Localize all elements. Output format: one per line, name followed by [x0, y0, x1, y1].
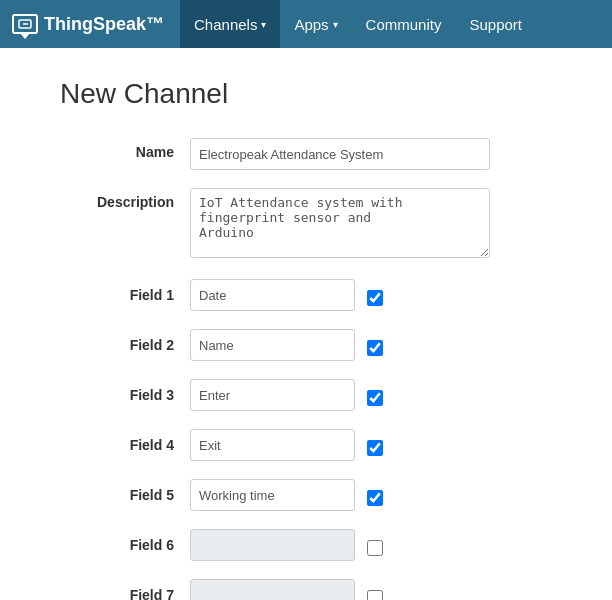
field-row-7: Field 7 [60, 579, 552, 600]
field-input-4[interactable] [190, 429, 355, 461]
field-input-1[interactable] [190, 279, 355, 311]
brand-logo[interactable]: ThingSpeak™ [12, 14, 164, 35]
description-textarea[interactable]: IoT Attendance system with fingerprint s… [190, 188, 490, 258]
navbar: ThingSpeak™ Channels ▾ Apps ▾ Community … [0, 0, 612, 48]
nav-items: Channels ▾ Apps ▾ Community Support [180, 0, 536, 48]
field-row-1: Field 1 [60, 279, 552, 311]
field-label-5: Field 5 [60, 487, 190, 503]
field-row-6: Field 6 [60, 529, 552, 561]
nav-apps[interactable]: Apps ▾ [280, 0, 351, 48]
field-row-4: Field 4 [60, 429, 552, 461]
main-content: New Channel Name Description IoT Attenda… [0, 48, 612, 600]
field-checkbox-3[interactable] [367, 390, 383, 406]
page-title: New Channel [60, 78, 552, 110]
field-checkbox-1[interactable] [367, 290, 383, 306]
field-checkbox-col-7 [355, 585, 395, 601]
description-label: Description [60, 188, 190, 210]
description-row: Description IoT Attendance system with f… [60, 188, 552, 261]
logo-icon [12, 14, 38, 34]
field-label-4: Field 4 [60, 437, 190, 453]
field-label-3: Field 3 [60, 387, 190, 403]
field-label-2: Field 2 [60, 337, 190, 353]
name-input[interactable] [190, 138, 490, 170]
fields-container: Field 1Field 2Field 3Field 4Field 5Field… [60, 279, 552, 600]
field-label-7: Field 7 [60, 587, 190, 600]
field-checkbox-2[interactable] [367, 340, 383, 356]
field-checkbox-col-5 [355, 485, 395, 506]
name-input-wrapper [190, 138, 490, 170]
field-checkbox-4[interactable] [367, 440, 383, 456]
nav-support-label: Support [469, 16, 522, 33]
nav-apps-label: Apps [294, 16, 328, 33]
field-input-5[interactable] [190, 479, 355, 511]
nav-channels-label: Channels [194, 16, 257, 33]
field-input-2[interactable] [190, 329, 355, 361]
name-row: Name [60, 138, 552, 170]
apps-dropdown-arrow: ▾ [333, 19, 338, 30]
nav-community[interactable]: Community [352, 0, 456, 48]
name-label: Name [60, 138, 190, 160]
nav-community-label: Community [366, 16, 442, 33]
field-checkbox-col-4 [355, 435, 395, 456]
field-checkbox-5[interactable] [367, 490, 383, 506]
field-label-1: Field 1 [60, 287, 190, 303]
field-input-3[interactable] [190, 379, 355, 411]
field-checkbox-6[interactable] [367, 540, 383, 556]
field-checkbox-col-3 [355, 385, 395, 406]
nav-support[interactable]: Support [455, 0, 536, 48]
field-input-7[interactable] [190, 579, 355, 600]
field-label-6: Field 6 [60, 537, 190, 553]
nav-channels[interactable]: Channels ▾ [180, 0, 280, 48]
field-row-2: Field 2 [60, 329, 552, 361]
field-checkbox-col-6 [355, 535, 395, 556]
brand-name: ThingSpeak™ [44, 14, 164, 35]
channels-dropdown-arrow: ▾ [261, 19, 266, 30]
field-checkbox-col-1 [355, 285, 395, 306]
description-input-wrapper: IoT Attendance system with fingerprint s… [190, 188, 490, 261]
field-checkbox-7[interactable] [367, 590, 383, 601]
field-row-5: Field 5 [60, 479, 552, 511]
field-input-6[interactable] [190, 529, 355, 561]
field-row-3: Field 3 [60, 379, 552, 411]
field-checkbox-col-2 [355, 335, 395, 356]
